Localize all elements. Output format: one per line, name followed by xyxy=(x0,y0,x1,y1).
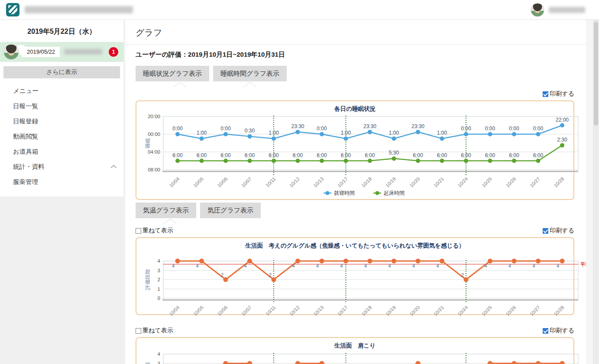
x-axis-label: 10/25 xyxy=(481,176,493,188)
overlay-checkbox[interactable] xyxy=(136,328,141,334)
data-point[interactable] xyxy=(560,123,564,128)
scrollbar-thumb[interactable] xyxy=(594,22,598,126)
sidebar-item-nippo-register[interactable]: 日報登録 xyxy=(0,114,123,129)
app-logo-icon[interactable] xyxy=(6,3,19,16)
svg-text:0: 0 xyxy=(158,296,160,301)
data-point[interactable] xyxy=(175,259,180,264)
sleep-time-graph-button[interactable]: 睡眠時間グラフ表示 xyxy=(213,66,287,81)
data-point[interactable] xyxy=(248,134,252,139)
data-point[interactable] xyxy=(320,361,324,364)
data-point[interactable] xyxy=(320,132,324,136)
data-point[interactable] xyxy=(320,259,324,264)
print-checkbox-group[interactable]: 印刷する xyxy=(543,90,574,98)
evaluation-period-label: ユーザーの評価：2019月10月1日~2019年10月31日 xyxy=(136,45,574,63)
data-point[interactable] xyxy=(416,130,420,134)
print-checkbox[interactable] xyxy=(543,328,548,334)
data-point[interactable] xyxy=(536,159,541,163)
data-point[interactable] xyxy=(440,259,444,264)
data-point-label: 1:00 xyxy=(437,130,447,136)
data-point[interactable] xyxy=(175,132,180,136)
data-point[interactable] xyxy=(223,132,228,136)
data-point[interactable] xyxy=(295,259,300,264)
data-point[interactable] xyxy=(200,159,204,163)
sidebar-item-video[interactable]: 動画閲覧 xyxy=(0,129,123,144)
data-point[interactable] xyxy=(512,132,516,136)
data-point[interactable] xyxy=(440,136,444,141)
data-point[interactable] xyxy=(512,361,517,364)
x-axis-label: 10/05 xyxy=(192,305,204,317)
print-checkbox-group[interactable]: 印刷する xyxy=(543,327,574,335)
data-point[interactable] xyxy=(272,277,276,282)
data-point[interactable] xyxy=(343,259,348,264)
data-point[interactable] xyxy=(247,361,252,364)
legend-label[interactable]: 起床時間 xyxy=(384,190,405,196)
scrollbar-track[interactable] xyxy=(586,20,599,364)
data-point[interactable] xyxy=(464,159,468,163)
data-point[interactable] xyxy=(560,143,564,148)
data-point[interactable] xyxy=(272,136,276,141)
temperature-graph-button[interactable]: 気温グラフ表示 xyxy=(136,203,196,218)
sidebar-item-medication[interactable]: 服薬管理 xyxy=(0,174,123,190)
legend-marker-icon xyxy=(326,191,330,195)
data-point[interactable] xyxy=(200,136,204,141)
data-point[interactable] xyxy=(175,159,180,163)
data-point[interactable] xyxy=(344,136,348,141)
data-point[interactable] xyxy=(368,259,372,264)
data-point[interactable] xyxy=(392,136,396,141)
data-point[interactable] xyxy=(223,159,228,163)
data-point[interactable] xyxy=(560,259,565,264)
topbar-user-menu[interactable] xyxy=(531,3,593,17)
overlay-checkbox-group[interactable]: 重ねて表示 xyxy=(136,327,173,335)
data-point[interactable] xyxy=(488,159,492,163)
data-point[interactable] xyxy=(248,159,252,163)
data-point[interactable] xyxy=(488,259,492,264)
data-point[interactable] xyxy=(368,130,372,134)
data-point[interactable] xyxy=(296,130,300,134)
sidebar-item-toolbox[interactable]: お道具箱 xyxy=(0,144,123,159)
data-point[interactable] xyxy=(392,259,396,264)
data-point[interactable] xyxy=(512,159,516,163)
data-point[interactable] xyxy=(223,361,228,364)
data-point[interactable] xyxy=(392,156,396,161)
data-point[interactable] xyxy=(296,159,300,163)
data-point[interactable] xyxy=(464,132,468,136)
data-point[interactable] xyxy=(536,361,541,364)
legend-label[interactable]: 就寝時間 xyxy=(334,190,355,196)
overlay-checkbox-group[interactable]: 重ねて表示 xyxy=(136,227,173,235)
x-axis-label: 10/25 xyxy=(481,305,493,317)
data-point[interactable] xyxy=(464,277,469,282)
data-point[interactable] xyxy=(560,361,565,364)
print-checkbox[interactable] xyxy=(543,228,548,234)
data-point[interactable] xyxy=(199,259,204,264)
sidebar-item-menu[interactable]: メニュー xyxy=(0,84,123,99)
sleep-status-graph-button[interactable]: 睡眠状況グラフ表示 xyxy=(136,66,209,81)
pressure-graph-button[interactable]: 気圧グラフ表示 xyxy=(200,203,261,218)
data-point[interactable] xyxy=(536,259,541,264)
data-point[interactable] xyxy=(295,361,300,364)
data-point[interactable] xyxy=(536,132,541,136)
data-point-label: 0:00 xyxy=(172,126,183,132)
print-checkbox[interactable] xyxy=(543,91,548,97)
data-point[interactable] xyxy=(368,159,372,163)
data-point[interactable] xyxy=(223,277,228,282)
chart-options-row: 重ねて表示 印刷する xyxy=(136,225,574,236)
data-point-label: 2 xyxy=(461,272,464,277)
data-point[interactable] xyxy=(247,259,252,264)
data-point[interactable] xyxy=(512,259,517,264)
data-point[interactable] xyxy=(488,132,492,136)
data-point[interactable] xyxy=(344,159,348,163)
data-point[interactable] xyxy=(416,159,420,163)
print-checkbox-group[interactable]: 印刷する xyxy=(543,227,574,235)
sidebar-item-nippo-list[interactable]: 日報一覧 xyxy=(0,99,123,114)
data-point[interactable] xyxy=(416,259,421,264)
data-point[interactable] xyxy=(488,361,492,364)
show-more-button[interactable]: さらに表示 xyxy=(3,66,120,78)
data-point[interactable] xyxy=(440,159,444,163)
sidebar-item-stats[interactable]: 統計・資料 xyxy=(0,159,123,174)
sidebar-user-row[interactable]: 2019/05/22 1 xyxy=(0,42,123,62)
data-point[interactable] xyxy=(272,159,276,163)
data-point[interactable] xyxy=(320,159,324,163)
svg-text:08:00: 08:00 xyxy=(148,167,160,172)
overlay-checkbox[interactable] xyxy=(136,228,141,234)
data-point[interactable] xyxy=(416,361,421,364)
